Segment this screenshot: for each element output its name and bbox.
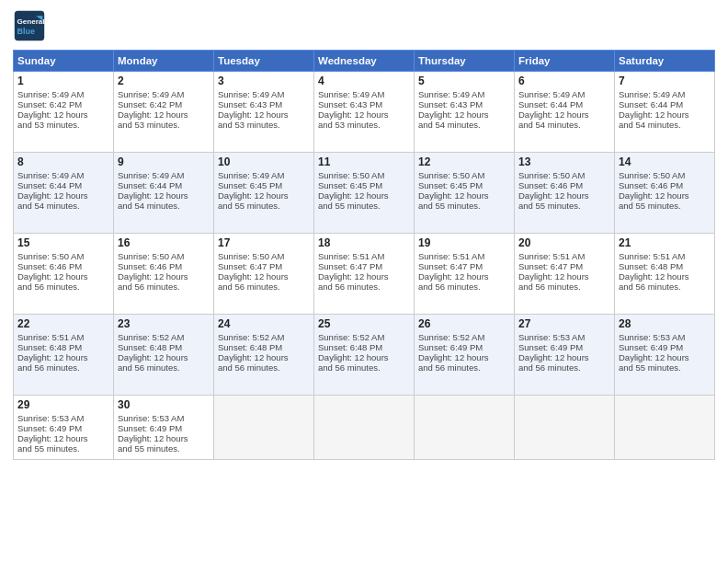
calendar-cell: 19Sunrise: 5:51 AMSunset: 6:47 PMDayligh… — [415, 234, 515, 315]
cell-info-line: Daylight: 12 hours — [318, 190, 410, 201]
day-number: 15 — [17, 236, 109, 249]
cell-info-line: Sunrise: 5:51 AM — [518, 251, 610, 261]
calendar-cell: 4Sunrise: 5:49 AMSunset: 6:43 PMDaylight… — [314, 72, 415, 153]
cell-info-line: Sunrise: 5:53 AM — [17, 413, 109, 423]
cell-info-line: Daylight: 12 hours — [17, 433, 109, 443]
cell-info-line: Sunrise: 5:50 AM — [518, 170, 610, 180]
calendar-week-4: 22Sunrise: 5:51 AMSunset: 6:48 PMDayligh… — [14, 315, 715, 396]
cell-info-line: Daylight: 12 hours — [118, 352, 210, 362]
cell-info-line: and 55 minutes. — [118, 443, 210, 454]
cell-info-line: Sunset: 6:47 PM — [218, 261, 310, 271]
calendar-cell — [314, 396, 415, 460]
cell-info-line: Sunset: 6:47 PM — [418, 261, 510, 271]
cell-info-line: Daylight: 12 hours — [218, 271, 310, 282]
cell-info-line: Sunset: 6:48 PM — [118, 342, 210, 352]
day-number: 1 — [17, 75, 109, 87]
cell-info-line: Sunrise: 5:50 AM — [619, 170, 711, 180]
calendar-cell: 29Sunrise: 5:53 AMSunset: 6:49 PMDayligh… — [14, 396, 114, 460]
day-number: 7 — [619, 75, 711, 87]
cell-info-line: Daylight: 12 hours — [418, 352, 510, 362]
calendar-week-2: 8Sunrise: 5:49 AMSunset: 6:44 PMDaylight… — [14, 153, 715, 234]
cell-info-line: and 56 minutes. — [619, 282, 711, 292]
cell-info-line: Daylight: 12 hours — [619, 109, 711, 120]
day-number: 4 — [318, 75, 410, 87]
cell-info-line: and 54 minutes. — [518, 120, 610, 130]
cell-info-line: Daylight: 12 hours — [318, 352, 410, 362]
calendar-cell: 9Sunrise: 5:49 AMSunset: 6:44 PMDaylight… — [114, 153, 214, 234]
cell-info-line: Daylight: 12 hours — [218, 352, 310, 362]
col-header-saturday: Saturday — [615, 51, 715, 72]
cell-info-line: Sunset: 6:48 PM — [218, 342, 310, 352]
cell-info-line: Sunset: 6:45 PM — [318, 180, 410, 190]
calendar-cell: 11Sunrise: 5:50 AMSunset: 6:45 PMDayligh… — [314, 153, 415, 234]
calendar-cell: 1Sunrise: 5:49 AMSunset: 6:42 PMDaylight… — [14, 72, 114, 153]
cell-info-line: Sunset: 6:48 PM — [17, 342, 109, 352]
calendar-cell: 17Sunrise: 5:50 AMSunset: 6:47 PMDayligh… — [214, 234, 314, 315]
cell-info-line: and 55 minutes. — [17, 443, 109, 454]
cell-info-line: and 55 minutes. — [518, 201, 610, 211]
calendar-cell: 15Sunrise: 5:50 AMSunset: 6:46 PMDayligh… — [14, 234, 114, 315]
calendar-header-row: SundayMondayTuesdayWednesdayThursdayFrid… — [14, 51, 715, 72]
cell-info-line: Sunrise: 5:51 AM — [318, 251, 410, 261]
calendar-cell: 8Sunrise: 5:49 AMSunset: 6:44 PMDaylight… — [14, 153, 114, 234]
cell-info-line: Sunrise: 5:50 AM — [17, 251, 109, 261]
day-number: 9 — [118, 155, 210, 168]
cell-info-line: and 53 minutes. — [118, 120, 210, 130]
cell-info-line: Daylight: 12 hours — [619, 190, 711, 201]
cell-info-line: Daylight: 12 hours — [418, 190, 510, 201]
day-number: 22 — [17, 317, 109, 330]
cell-info-line: and 54 minutes. — [118, 201, 210, 211]
cell-info-line: and 54 minutes. — [17, 201, 109, 211]
cell-info-line: Sunrise: 5:51 AM — [17, 332, 109, 342]
calendar-cell: 7Sunrise: 5:49 AMSunset: 6:44 PMDaylight… — [615, 72, 715, 153]
day-number: 13 — [518, 155, 610, 168]
calendar-cell: 20Sunrise: 5:51 AMSunset: 6:47 PMDayligh… — [515, 234, 615, 315]
day-number: 29 — [17, 398, 109, 411]
cell-info-line: Sunrise: 5:49 AM — [17, 170, 109, 180]
calendar-cell — [515, 396, 615, 460]
calendar-cell: 22Sunrise: 5:51 AMSunset: 6:48 PMDayligh… — [14, 315, 114, 396]
day-number: 30 — [118, 398, 210, 411]
day-number: 14 — [619, 155, 711, 168]
day-number: 25 — [318, 317, 410, 330]
day-number: 18 — [318, 236, 410, 249]
cell-info-line: and 54 minutes. — [418, 120, 510, 130]
cell-info-line: Sunset: 6:48 PM — [619, 261, 711, 271]
calendar-table: SundayMondayTuesdayWednesdayThursdayFrid… — [13, 50, 715, 460]
cell-info-line: Daylight: 12 hours — [418, 271, 510, 282]
cell-info-line: Sunset: 6:42 PM — [17, 99, 109, 109]
cell-info-line: Daylight: 12 hours — [619, 271, 711, 282]
calendar-cell: 25Sunrise: 5:52 AMSunset: 6:48 PMDayligh… — [314, 315, 415, 396]
cell-info-line: Sunset: 6:44 PM — [118, 180, 210, 190]
day-number: 26 — [418, 317, 510, 330]
day-number: 24 — [218, 317, 310, 330]
col-header-monday: Monday — [114, 51, 214, 72]
cell-info-line: Daylight: 12 hours — [118, 271, 210, 282]
cell-info-line: Daylight: 12 hours — [17, 109, 109, 120]
cell-info-line: Sunrise: 5:49 AM — [318, 89, 410, 99]
logo-icon: General Blue — [13, 9, 46, 42]
cell-info-line: Sunset: 6:46 PM — [619, 180, 711, 190]
cell-info-line: and 56 minutes. — [418, 362, 510, 373]
day-number: 8 — [17, 155, 109, 168]
calendar-cell: 5Sunrise: 5:49 AMSunset: 6:43 PMDaylight… — [415, 72, 515, 153]
day-number: 6 — [518, 75, 610, 87]
cell-info-line: Sunset: 6:48 PM — [318, 342, 410, 352]
cell-info-line: Sunset: 6:44 PM — [518, 99, 610, 109]
calendar-cell: 21Sunrise: 5:51 AMSunset: 6:48 PMDayligh… — [615, 234, 715, 315]
day-number: 16 — [118, 236, 210, 249]
cell-info-line: Sunrise: 5:53 AM — [118, 413, 210, 423]
col-header-tuesday: Tuesday — [214, 51, 314, 72]
cell-info-line: Sunset: 6:49 PM — [118, 423, 210, 433]
cell-info-line: Sunset: 6:46 PM — [118, 261, 210, 271]
cell-info-line: Sunset: 6:49 PM — [619, 342, 711, 352]
cell-info-line: Sunset: 6:47 PM — [318, 261, 410, 271]
cell-info-line: Daylight: 12 hours — [118, 433, 210, 443]
cell-info-line: Daylight: 12 hours — [318, 271, 410, 282]
day-number: 2 — [118, 75, 210, 87]
day-number: 5 — [418, 75, 510, 87]
col-header-wednesday: Wednesday — [314, 51, 415, 72]
cell-info-line: Daylight: 12 hours — [218, 109, 310, 120]
cell-info-line: Daylight: 12 hours — [118, 109, 210, 120]
day-number: 19 — [418, 236, 510, 249]
